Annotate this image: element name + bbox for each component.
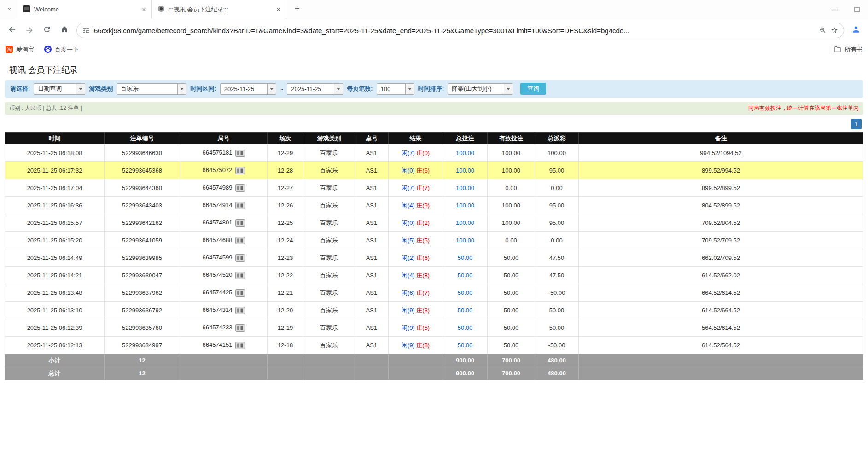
dropdown-arrow-icon[interactable]: [267, 84, 276, 94]
total-row: 总计 12 900.00 700.00 480.00: [5, 367, 863, 380]
col-round-id: 局号: [180, 133, 268, 144]
total-bet-link[interactable]: 50.00: [458, 254, 473, 261]
cell-note: 614.52/664.52: [579, 302, 863, 319]
bookmark-baidu[interactable]: 百度一下: [44, 46, 79, 54]
dropdown-arrow-icon[interactable]: [334, 84, 343, 94]
cell-time: 2025-11-25 06:12:39: [5, 319, 105, 337]
forward-button[interactable]: [21, 22, 38, 39]
dropdown-arrow-icon[interactable]: [405, 84, 414, 94]
total-bet-link[interactable]: 100.00: [456, 167, 474, 174]
back-button[interactable]: [4, 22, 20, 39]
cell-note: 614.52/564.52: [579, 337, 863, 354]
cell-bet-id: 522993642162: [105, 214, 180, 232]
tab-bet-records[interactable]: :::视讯 会员下注纪录:::: [152, 0, 286, 19]
maximize-button[interactable]: [846, 0, 868, 19]
cell-note: 804.52/899.52: [579, 197, 863, 214]
new-tab-button[interactable]: [290, 3, 304, 17]
round-preview-icon[interactable]: [235, 272, 245, 279]
bookmark-label: 百度一下: [55, 46, 79, 54]
subtotal-payout: 480.00: [535, 354, 579, 367]
cell-session: 12-19: [268, 319, 303, 337]
bookmarks-bar: 淘 爱淘宝 百度一下 所有书: [0, 41, 868, 58]
total-bet-link[interactable]: 50.00: [458, 289, 473, 296]
total-bet-link[interactable]: 100.00: [456, 184, 474, 191]
refresh-button[interactable]: [39, 22, 55, 39]
bookmark-star-icon[interactable]: [831, 27, 838, 34]
cell-game: 百家乐: [303, 302, 355, 319]
sort-select[interactable]: 降幂(由大到小): [448, 83, 513, 95]
total-bet-link[interactable]: 50.00: [458, 324, 473, 331]
cell-total-bet: 100.00: [443, 144, 488, 162]
site-info-icon[interactable]: [82, 27, 90, 34]
tab-close-icon[interactable]: [274, 6, 282, 14]
profile-button[interactable]: [848, 22, 864, 39]
search-button[interactable]: 查询: [520, 83, 546, 95]
banker-result: 庄(2): [416, 219, 430, 226]
round-preview-icon[interactable]: [235, 289, 245, 297]
tab-search-button[interactable]: [3, 3, 16, 16]
dropdown-arrow-icon[interactable]: [504, 84, 513, 94]
address-bar[interactable]: 66cxkj98.com/game/betrecord_search/kind3…: [76, 23, 844, 38]
cell-total-bet: 50.00: [443, 302, 488, 319]
minimize-button[interactable]: [824, 0, 846, 19]
round-preview-icon[interactable]: [235, 150, 245, 157]
cell-time: 2025-11-25 06:14:49: [5, 249, 105, 267]
round-preview-icon[interactable]: [235, 324, 245, 332]
cell-payout: 47.50: [535, 249, 579, 267]
total-bet-link[interactable]: 100.00: [456, 219, 474, 226]
cell-round-id: 664574314: [180, 302, 268, 319]
total-bet-link[interactable]: 100.00: [456, 202, 474, 209]
zoom-icon[interactable]: [819, 27, 827, 34]
cell-valid-bet: 50.00: [488, 302, 535, 319]
bookmark-taobao[interactable]: 淘 爱淘宝: [6, 46, 34, 54]
round-preview-icon[interactable]: [235, 237, 245, 244]
total-bet-link[interactable]: 50.00: [458, 342, 473, 349]
cell-table: AS1: [355, 284, 389, 302]
cell-game: 百家乐: [303, 249, 355, 267]
total-bet-link[interactable]: 50.00: [458, 307, 473, 314]
table-row: 2025-11-25 06:15:20 522993641059 6645746…: [5, 232, 863, 249]
per-page-input[interactable]: 100: [377, 83, 414, 95]
total-bet-link[interactable]: 100.00: [456, 237, 474, 244]
round-preview-icon[interactable]: [235, 307, 245, 314]
table-row: 2025-11-25 06:15:57 522993642162 6645748…: [5, 214, 863, 232]
player-result: 闲(9): [402, 324, 415, 331]
sort-label: 时间排序:: [418, 85, 444, 93]
cell-result: 闲(9) 庄(3): [389, 302, 443, 319]
date-start-input[interactable]: 2025-11-25: [220, 83, 276, 95]
round-preview-icon[interactable]: [235, 202, 245, 209]
query-mode-select[interactable]: 日期查询: [34, 83, 85, 95]
cell-round-id: 664574688: [180, 232, 268, 249]
cell-result: 闲(7) 庄(7): [389, 179, 443, 197]
dropdown-arrow-icon[interactable]: [76, 84, 85, 94]
col-total-bet: 总投注: [443, 133, 488, 144]
banker-result: 庄(8): [416, 272, 430, 279]
total-bet-link[interactable]: 50.00: [458, 272, 473, 279]
cell-table: AS1: [355, 162, 389, 179]
filter-bar: 请选择: 日期查询 游戏类别 百家乐 时间区间: 2025-11-25 ~ 20…: [5, 80, 863, 98]
tab-welcome[interactable]: Welcome: [17, 0, 152, 19]
round-preview-icon[interactable]: [235, 184, 245, 192]
cell-table: AS1: [355, 144, 389, 162]
all-bookmarks-button[interactable]: 所有书: [834, 46, 862, 54]
subtotal-total-bet: 900.00: [443, 354, 488, 367]
cell-payout: 50.00: [535, 319, 579, 337]
round-preview-icon[interactable]: [235, 342, 245, 349]
round-preview-icon[interactable]: [235, 167, 245, 174]
cell-total-bet: 50.00: [443, 267, 488, 284]
round-preview-icon[interactable]: [235, 219, 245, 227]
dropdown-arrow-icon[interactable]: [177, 84, 186, 94]
tab-close-icon[interactable]: [140, 6, 148, 14]
banker-result: 庄(9): [416, 202, 430, 209]
cell-bet-id: 522993644360: [105, 179, 180, 197]
round-preview-icon[interactable]: [235, 254, 245, 262]
game-type-label: 游戏类别: [89, 85, 113, 93]
total-bet-link[interactable]: 100.00: [456, 150, 474, 156]
page-1-button[interactable]: 1: [851, 119, 862, 129]
cell-result: 闲(5) 庄(5): [389, 232, 443, 249]
date-end-input[interactable]: 2025-11-25: [287, 83, 343, 95]
cell-total-bet: 100.00: [443, 214, 488, 232]
home-button[interactable]: [56, 22, 73, 39]
game-type-select[interactable]: 百家乐: [117, 83, 186, 95]
welcome-favicon-icon: [23, 5, 30, 14]
